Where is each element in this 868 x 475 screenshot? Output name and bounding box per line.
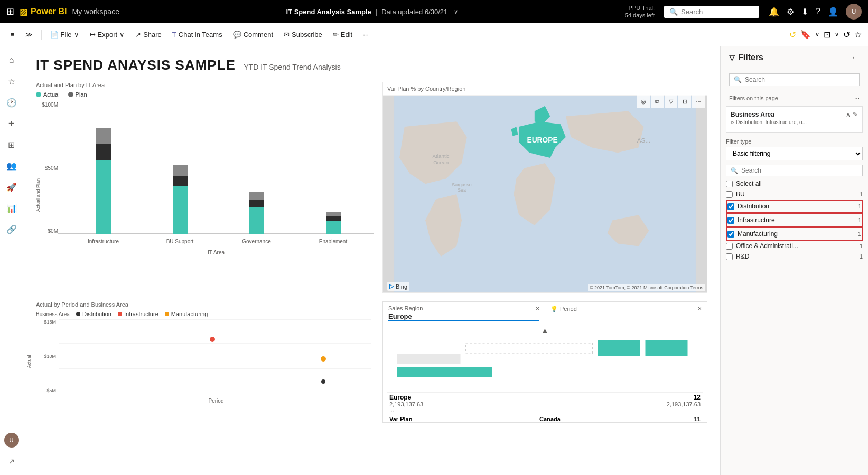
subscribe-button[interactable]: ✉ Subscribe <box>279 28 326 41</box>
filter-panel: ▽ Filters ← 🔍 Filters on this page ··· B… <box>720 46 868 475</box>
sidebar-item-external[interactable]: 🔗 <box>2 220 21 239</box>
x-label-governance: Governance <box>226 239 287 244</box>
map-filter-icon[interactable]: ▽ <box>665 95 677 108</box>
view-mode-icon[interactable]: ⊡ <box>824 30 830 40</box>
map-copy-icon[interactable]: ⧉ <box>651 95 664 108</box>
account-icon[interactable]: 👤 <box>828 7 838 17</box>
sidebar-item-favorites[interactable]: ☆ <box>2 72 21 91</box>
bookmark-chevron-icon[interactable]: ∨ <box>815 31 819 38</box>
bar-governance-dark <box>249 200 264 207</box>
more-options-button[interactable]: ··· <box>359 28 373 41</box>
period-close-button[interactable]: × <box>698 305 702 312</box>
bookmark-icon[interactable]: 🔖 <box>800 30 811 40</box>
share-button[interactable]: ↗ Share <box>131 28 166 41</box>
filter-manufacturing-checkbox[interactable] <box>727 231 734 238</box>
asia-label: AS... <box>637 137 651 144</box>
more-icon: ··· <box>363 31 369 39</box>
sidebar-item-recent[interactable]: 🕐 <box>2 93 21 112</box>
bar-chart-legend: Actual Plan <box>36 91 374 98</box>
app-grid-icon[interactable]: ⊞ <box>6 6 14 17</box>
chat-in-teams-button[interactable]: T Chat in Teams <box>168 28 227 41</box>
view-mode-chevron-icon[interactable]: ∨ <box>835 31 839 38</box>
sidebar-item-shared[interactable]: 👥 <box>2 156 21 175</box>
subscribe-icon: ✉ <box>284 31 290 39</box>
filter-item-manufacturing: Manufacturing 1 <box>727 229 861 239</box>
sidebar-item-metrics[interactable]: 📊 <box>2 198 21 217</box>
workspace-label[interactable]: My workspace <box>72 7 119 16</box>
y-axis: $100M $50M $0M <box>36 102 58 234</box>
sidebar-item-expand[interactable]: ↗ <box>2 452 21 471</box>
legend-actual-label: Actual <box>43 91 60 98</box>
bar-governance <box>226 192 287 234</box>
filter-item-office: Office & Administrati... 1 <box>726 241 863 251</box>
filter-items-search[interactable]: 🔍 <box>726 165 863 176</box>
sidebar-item-account[interactable]: U <box>2 431 21 450</box>
sidebar-item-apps[interactable]: ⊞ <box>2 135 21 154</box>
sidebar-item-home[interactable]: ⌂ <box>2 51 21 70</box>
user-avatar[interactable]: U <box>846 4 862 20</box>
business-area-title: Business Area <box>731 111 774 118</box>
filter-item-selectall-left: Select all <box>726 180 762 187</box>
comment-button[interactable]: 💬 Comment <box>229 28 277 41</box>
comment-icon: 💬 <box>233 31 241 39</box>
filter-rd-checkbox[interactable] <box>726 253 733 260</box>
export-chevron-icon: ∨ <box>119 31 125 39</box>
report-subtitle: YTD IT Spend Trend Analysis <box>244 63 340 71</box>
export-label: Export <box>98 31 118 39</box>
svg-point-5 <box>210 337 215 342</box>
sidebar-item-create[interactable]: + <box>2 114 21 133</box>
filter-infrastructure-label: Infrastructure <box>738 216 775 224</box>
svg-rect-10 <box>466 343 593 354</box>
chat-in-teams-label: Chat in Teams <box>179 31 222 39</box>
help-icon[interactable]: ? <box>816 7 820 16</box>
filter-item-manufacturing-wrapper: Manufacturing 1 <box>726 227 863 241</box>
export-button[interactable]: ↦ Export ∨ <box>86 28 129 41</box>
filter-infrastructure-checkbox[interactable] <box>727 217 734 224</box>
filter-bu-count: 1 <box>860 191 863 197</box>
waterfall-tooltip-panel: Sales Region × Europe 💡 Period <box>382 301 707 423</box>
filter-type-select[interactable]: Basic filtering <box>726 147 863 160</box>
bar-chart-area: $100M $50M $0M Actual and Plan <box>36 102 374 250</box>
refresh-icon[interactable]: ↺ <box>789 30 796 40</box>
map-focus-icon[interactable]: ◎ <box>637 95 650 108</box>
sales-region-close-button[interactable]: × <box>536 305 539 312</box>
filter-bu-checkbox[interactable] <box>726 191 733 198</box>
data-chevron-icon[interactable]: ∨ <box>454 8 458 15</box>
filters-more-button[interactable]: ··· <box>854 94 860 102</box>
nav-expand-button[interactable]: ≫ <box>21 28 37 41</box>
filter-office-checkbox[interactable] <box>726 243 733 250</box>
map-area[interactable]: EUROPE AS... Atlantic Ocean Sargasso Sea… <box>383 96 707 293</box>
hamburger-menu-button[interactable]: ≡ <box>6 28 19 41</box>
star-icon[interactable]: ☆ <box>854 30 862 40</box>
legend-ba-label: Business Area <box>36 311 70 317</box>
bar-busupport-actual <box>173 186 188 234</box>
file-button[interactable]: 📄 File ∨ <box>46 28 83 41</box>
settings-icon[interactable]: ⚙ <box>787 7 794 17</box>
download-icon[interactable]: ⬇ <box>801 7 808 17</box>
filter-top-search[interactable]: 🔍 <box>729 73 860 86</box>
ocean-label: Atlantic <box>433 153 450 159</box>
sidebar-item-learn[interactable]: 🚀 <box>2 177 21 196</box>
bar-busupport-plan-top <box>173 165 188 176</box>
sales-region-filter: Sales Region × Europe <box>383 302 545 325</box>
map-more-icon[interactable]: ··· <box>692 95 705 108</box>
filter-collapse-button[interactable]: ← <box>851 53 860 62</box>
filter-selectall-checkbox[interactable] <box>726 180 733 187</box>
global-search-input[interactable] <box>681 8 744 16</box>
edit-button[interactable]: ✏ Edit <box>329 28 357 41</box>
filter-collapse-chevron[interactable]: ∧ <box>846 111 851 118</box>
filter-manufacturing-count: 1 <box>858 231 861 237</box>
filter-edit-button[interactable]: ✎ <box>853 111 858 118</box>
filter-search-input[interactable] <box>745 76 855 83</box>
filter-items-search-input[interactable] <box>741 167 858 174</box>
undo-icon[interactable]: ↺ <box>843 30 850 40</box>
map-expand-icon[interactable]: ⊡ <box>678 95 691 108</box>
notification-icon[interactable]: 🔔 <box>769 7 779 17</box>
report-toolbar: ≡ ≫ 📄 File ∨ ↦ Export ∨ ↗ Share T Chat i… <box>0 23 868 46</box>
map-chart-container[interactable]: Var Plan % by Country/Region ◎ ⧉ ▽ ⊡ ··· <box>382 82 707 293</box>
legend-distribution-label: Distribution <box>82 311 111 317</box>
global-search-box[interactable]: 🔍 <box>664 6 759 18</box>
filter-distribution-checkbox[interactable] <box>727 203 734 210</box>
filter-infrastructure-count: 1 <box>858 217 861 223</box>
filter-card-header: Business Area ∧ ✎ <box>731 111 858 118</box>
